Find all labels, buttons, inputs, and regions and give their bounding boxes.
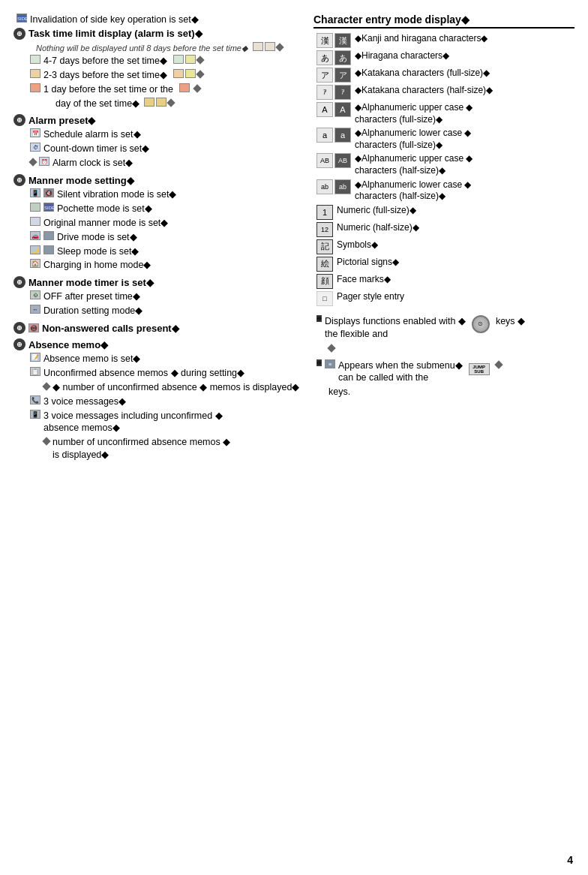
char-alpha-lower-half-row: ab ab ◆Alphanumeric lower case ◆ charact… xyxy=(314,179,574,203)
num-unconfirmed-text: ◆ number of unconfirmed absence ◆ memos … xyxy=(52,381,299,394)
face-icon: 顔 xyxy=(316,274,333,289)
num-diamond xyxy=(42,382,50,390)
kata-full-icons: ア ア xyxy=(316,68,351,83)
mannertimer-section-header: ⊕ Manner mode timer is set◆ xyxy=(14,276,306,288)
diamond-3 xyxy=(196,71,204,79)
task-1day-cont-text: day of the set time◆ xyxy=(56,98,140,109)
jump-sub-button[interactable]: JUMP SUB xyxy=(469,363,490,375)
alpha-uh-icon2: AB xyxy=(334,153,351,168)
task-4-7-text: 4-7 days before the set time◆ xyxy=(44,55,167,68)
alpha-lf-icon2: a xyxy=(334,128,351,143)
flex-item: ⊕ Displays functions enabled with ◆the f… xyxy=(314,315,574,341)
submenu-small-icon: ≡ xyxy=(325,359,335,368)
symbols-text: Symbols◆ xyxy=(337,239,378,251)
submenu-text: Appears when the submenu◆can be called w… xyxy=(338,359,463,385)
absence-memo-item: 📝 Absence memo is set◆ xyxy=(14,353,306,365)
drive-icon2 xyxy=(44,231,54,240)
alpha-upper-full-text: ◆Alphanumeric upper case ◆ characters (f… xyxy=(355,102,472,125)
absence-section-header: ⊕ Absence memo◆ xyxy=(14,338,306,350)
alpha-lower-full-text: ◆Alphanumeric lower case ◆ characters (f… xyxy=(355,128,471,151)
task-2-3-icon xyxy=(30,69,40,78)
hira-text: ◆Hiragana characters◆ xyxy=(355,50,449,62)
num-unconfirmed-item: ◆ number of unconfirmed absence ◆ memos … xyxy=(14,381,306,394)
alpha-lh-icon1: ab xyxy=(316,179,333,194)
hira-icon1: あ xyxy=(316,50,333,65)
pager-text: Pager style entry xyxy=(337,291,404,303)
submenu-section: ⊕ ≡ Appears when the submenu◆can be call… xyxy=(314,359,574,399)
side-icon: SIDE xyxy=(16,14,27,23)
alarm-section-header: ⊕ Alarm preset◆ xyxy=(14,114,306,126)
manner-icon: ⊕ xyxy=(14,174,26,186)
task-note-text: Nothing will be displayed until 8 days b… xyxy=(36,44,248,53)
schedule-alarm-item: 📅 Schedule alarm is set◆ xyxy=(14,128,306,141)
off-preset-text: OFF after preset time◆ xyxy=(44,290,140,303)
page-container: SIDE Invalidation of side key operation … xyxy=(0,0,588,493)
char-alpha-lower-full-row: a a ◆Alphanumeric lower case ◆ character… xyxy=(314,128,574,151)
alpha-upper-full-icons: A A xyxy=(316,102,351,117)
flex-diamond-row xyxy=(314,342,574,353)
alpha-lh-icon2: ab xyxy=(334,179,351,194)
num-full-icon: 1 xyxy=(316,205,333,220)
hira-icons: あ あ xyxy=(316,50,351,65)
sleep-icon1: 🌙 xyxy=(30,245,40,254)
char-kanji-row: 漢 漢 ◆Kanji and hiragana characters◆ xyxy=(314,33,574,48)
kata-full-icon2: ア xyxy=(334,68,351,83)
drive-icon1: 🚗 xyxy=(30,231,40,240)
alarm-icon: ⊕ xyxy=(14,114,26,126)
char-pager-row: □ Pager style entry xyxy=(314,291,574,306)
kata-half-icons: ｱ ｱ xyxy=(316,85,351,100)
kanji-icons: 漢 漢 xyxy=(316,33,351,48)
pictorial-icons: 絵 xyxy=(316,257,333,272)
task-1day-cont: day of the set time◆ xyxy=(14,98,306,110)
char-title-text: Character entry mode display◆ xyxy=(314,14,470,26)
face-icons: 顔 xyxy=(316,274,333,289)
flex-diamond xyxy=(327,344,335,352)
unconfirmed-item: 📋 Unconfirmed absence memos ◆ during set… xyxy=(14,367,306,380)
pictorial-icon: 絵 xyxy=(316,257,333,272)
absence-icon: ⊕ xyxy=(14,338,26,350)
task-4-7-item: 4-7 days before the set time◆ xyxy=(14,55,306,68)
submenu-item: ⊕ ≡ Appears when the submenu◆can be call… xyxy=(314,359,574,385)
char-num-half-row: 12 Numeric (half-size)◆ xyxy=(314,222,574,237)
task-day-icon3 xyxy=(144,98,154,107)
pochette-item: SIDE Pochette mode is set◆ xyxy=(14,203,306,215)
hira-icon2: あ xyxy=(334,50,351,65)
silent-vib-item: 📳 🔇 Silent vibration mode is set◆ xyxy=(14,188,306,201)
diamond-2 xyxy=(196,56,204,65)
manner-section-header: ⊕ Manner mode setting◆ xyxy=(14,174,306,186)
countdown-item: ⏱ Count-down timer is set◆ xyxy=(14,143,306,155)
voice3-item: 📞 3 voice messages◆ xyxy=(14,395,306,408)
charging-icon: 🏠 xyxy=(30,259,40,268)
diamond-5 xyxy=(166,98,175,107)
num-half-icon: 12 xyxy=(316,222,333,237)
char-alpha-upper-half-row: AB AB ◆Alphanumeric upper case ◆ charact… xyxy=(314,153,574,176)
vib-icon2: 🔇 xyxy=(44,188,54,197)
poch-icon1 xyxy=(30,203,40,212)
unconfirmed-text: Unconfirmed absence memos ◆ during setti… xyxy=(44,367,244,380)
task-2-3-item: 2-3 days before the set time◆ xyxy=(14,69,306,82)
absence-memo-text: Absence memo is set◆ xyxy=(44,353,141,365)
char-face-row: 顔 Face marks◆ xyxy=(314,274,574,289)
task-4-7-icon2 xyxy=(173,55,184,64)
num-full-icons: 1 xyxy=(316,205,333,220)
task-label: Task time limit display (alarm is set)◆ xyxy=(28,28,202,39)
submenu-keys-text: keys. xyxy=(328,386,350,397)
orig-icon xyxy=(30,217,40,226)
alarm-label: Alarm preset◆ xyxy=(28,115,95,126)
unconfirmed-icon: 📋 xyxy=(30,367,40,376)
task-1day-item: 1 day before the set time or the xyxy=(14,83,306,96)
alarm-clock-text: Alarm clock is set◆ xyxy=(52,157,133,170)
vib-icon1: 📳 xyxy=(30,188,40,197)
alpha-lower-half-icons: ab ab xyxy=(316,179,351,194)
kanji-text: ◆Kanji and hiragana characters◆ xyxy=(355,33,488,45)
countdown-icon: ⏱ xyxy=(30,143,40,152)
task-day-icon4 xyxy=(156,98,166,107)
duration-text: Duration setting mode◆ xyxy=(44,305,142,317)
flex-nav-btn[interactable]: ⊙ xyxy=(472,315,490,333)
num-half-icons: 12 xyxy=(316,222,333,237)
schedule-alarm-icon: 📅 xyxy=(30,128,40,137)
nonanswer-phone-icon: 📵 xyxy=(28,323,39,332)
left-column: SIDE Invalidation of side key operation … xyxy=(14,14,306,463)
mannertimer-label: Manner mode timer is set◆ xyxy=(28,277,154,288)
num-diamond2 xyxy=(42,438,50,446)
